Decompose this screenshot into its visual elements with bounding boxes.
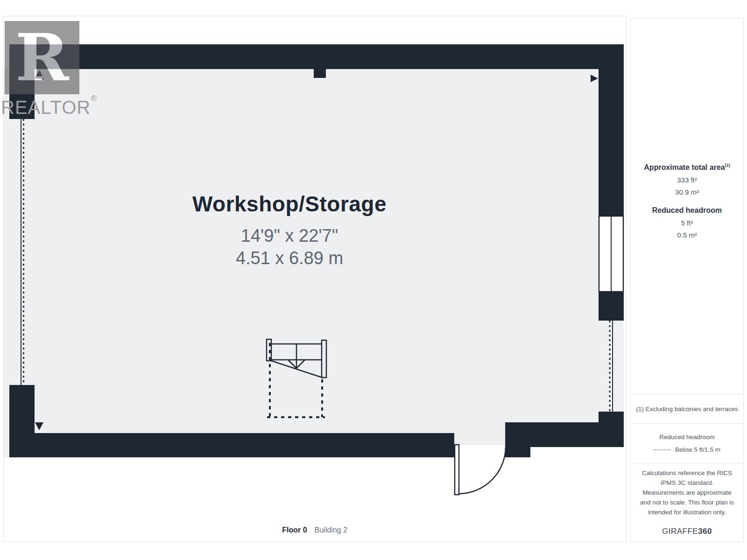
area-summary-section: Approximate total area(1) 333 ft² 30.9 m… — [631, 19, 743, 394]
floor-plan-page: R REALTOR® Workshop/Storage 14'9" x 22'7… — [0, 0, 747, 560]
registered-mark: ® — [91, 94, 97, 103]
room-name: Workshop/Storage — [126, 191, 453, 217]
legend-section: Reduced headroom Below 5 ft/1.5 m — [631, 423, 743, 463]
room-dimensions-imperial: 14'9" x 22'7" — [126, 225, 453, 247]
room-label: Workshop/Storage 14'9" x 22'7" 4.51 x 6.… — [126, 191, 453, 269]
door — [455, 445, 506, 495]
legend-title: Reduced headroom — [659, 434, 715, 441]
legend-label: Below 5 ft/1.5 m — [675, 446, 720, 453]
disclaimer-section: Calculations reference the RICS IPMS 3C … — [631, 463, 743, 541]
wall-bottom-left — [9, 433, 454, 457]
total-area-footnote-ref: (1) — [725, 163, 730, 168]
room-dimensions-metric: 4.51 x 6.89 m — [126, 247, 453, 270]
info-sidebar: Approximate total area(1) 333 ft² 30.9 m… — [630, 18, 744, 542]
giraffe360-name: GIRAFFE — [662, 527, 698, 536]
reduced-headroom-title: Reduced headroom — [652, 206, 722, 215]
wall-top — [9, 44, 624, 69]
realtor-logo-letter: R — [5, 21, 79, 94]
legend-row: Below 5 ft/1.5 m — [654, 446, 720, 453]
wall-right-mid — [599, 292, 624, 321]
disclaimer-text: Calculations reference the RICS IPMS 3C … — [639, 469, 735, 518]
total-area-title-text: Approximate total area — [644, 163, 725, 171]
wall-right-upper — [599, 44, 624, 216]
realtor-logo: R — [5, 21, 79, 94]
giraffe360-brand: GIRAFFE360 — [662, 527, 712, 536]
footnote-text: (1) Excluding balconies and terraces — [636, 406, 738, 413]
window — [599, 216, 623, 292]
footnote-section: (1) Excluding balconies and terraces — [631, 394, 743, 423]
realtor-wordmark: REALTOR® — [1, 94, 97, 118]
door-swing-arc — [459, 447, 506, 494]
realtor-wordmark-text: REALTOR — [1, 97, 91, 118]
total-area-imperial: 333 ft² — [677, 176, 697, 184]
total-area-title: Approximate total area(1) — [644, 163, 730, 172]
reduced-headroom-metric: 0.5 m² — [677, 231, 697, 239]
building-label: Building 2 — [315, 526, 347, 534]
plan-caption: Floor 0Building 2 — [3, 526, 626, 534]
giraffe360-suffix: 360 — [698, 527, 712, 536]
wall-top-tab — [314, 69, 326, 78]
wall-bottom-right-deep — [505, 422, 530, 457]
wall-right-lower — [599, 412, 624, 447]
total-area-metric: 30.9 m² — [675, 188, 699, 196]
door-leaf — [455, 445, 459, 495]
reduced-headroom-imperial: 5 ft² — [681, 219, 693, 227]
dotted-line-icon — [654, 449, 670, 450]
floor-label: Floor 0 — [282, 526, 307, 534]
